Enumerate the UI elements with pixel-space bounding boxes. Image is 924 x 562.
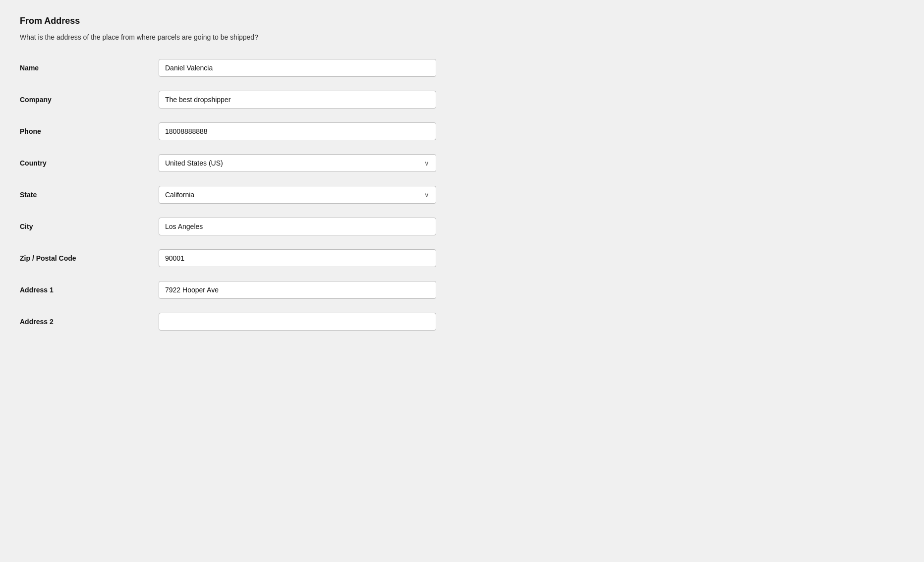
country-row: Country United States (US)CanadaUnited K… xyxy=(20,154,904,172)
company-input[interactable] xyxy=(159,91,436,109)
phone-row: Phone xyxy=(20,122,904,140)
zip-input[interactable] xyxy=(159,249,436,267)
zip-field xyxy=(159,249,436,267)
name-input[interactable] xyxy=(159,59,436,77)
address2-row: Address 2 xyxy=(20,313,904,331)
city-field xyxy=(159,218,436,235)
page-title: From Address xyxy=(20,16,904,26)
address1-field xyxy=(159,281,436,299)
city-input[interactable] xyxy=(159,218,436,235)
country-field: United States (US)CanadaUnited KingdomAu… xyxy=(159,154,436,172)
name-label: Name xyxy=(20,64,159,72)
address2-field xyxy=(159,313,436,331)
address2-input[interactable] xyxy=(159,313,436,331)
page-subtitle: What is the address of the place from wh… xyxy=(20,33,904,41)
state-row: State CaliforniaNew YorkTexasFloridaIlli… xyxy=(20,186,904,204)
phone-label: Phone xyxy=(20,127,159,135)
name-row: Name xyxy=(20,59,904,77)
company-field xyxy=(159,91,436,109)
address1-input[interactable] xyxy=(159,281,436,299)
state-select[interactable]: CaliforniaNew YorkTexasFloridaIllinois xyxy=(159,186,436,204)
address2-label: Address 2 xyxy=(20,318,159,326)
address1-label: Address 1 xyxy=(20,286,159,294)
city-label: City xyxy=(20,223,159,230)
address1-row: Address 1 xyxy=(20,281,904,299)
phone-field xyxy=(159,122,436,140)
state-field: CaliforniaNew YorkTexasFloridaIllinois xyxy=(159,186,436,204)
company-label: Company xyxy=(20,96,159,104)
zip-label: Zip / Postal Code xyxy=(20,254,159,262)
company-row: Company xyxy=(20,91,904,109)
country-select[interactable]: United States (US)CanadaUnited KingdomAu… xyxy=(159,154,436,172)
city-row: City xyxy=(20,218,904,235)
country-label: Country xyxy=(20,159,159,167)
name-field xyxy=(159,59,436,77)
state-label: State xyxy=(20,191,159,199)
zip-row: Zip / Postal Code xyxy=(20,249,904,267)
phone-input[interactable] xyxy=(159,122,436,140)
